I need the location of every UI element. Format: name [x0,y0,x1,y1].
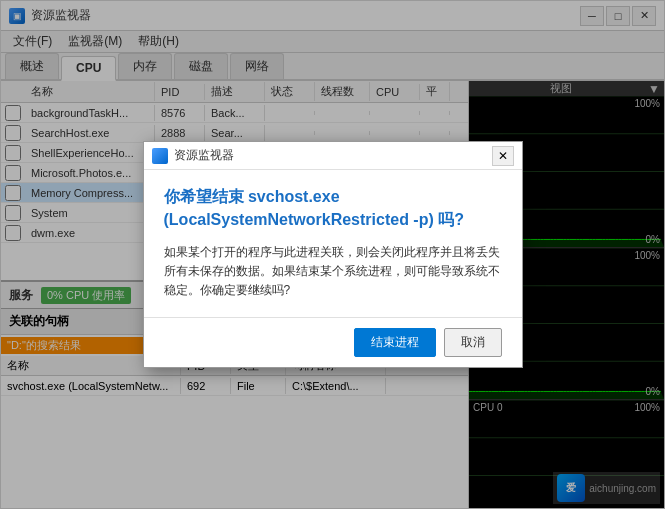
dialog-sub-text: 如果某个打开的程序与此进程关联，则会关闭此程序并且将丢失所有未保存的数据。如果结… [164,243,502,301]
dialog-icon [152,148,168,164]
cancel-button[interactable]: 取消 [444,328,502,357]
confirm-dialog: 资源监视器 ✕ 你希望结束 svchost.exe (LocalSystemNe… [143,141,523,367]
confirm-button[interactable]: 结束进程 [354,328,436,357]
dialog-title: 资源监视器 [174,147,492,164]
dialog-body: 你希望结束 svchost.exe (LocalSystemNetworkRes… [144,170,522,316]
dialog-overlay: 资源监视器 ✕ 你希望结束 svchost.exe (LocalSystemNe… [1,1,664,508]
main-window: ▣ 资源监视器 ─ □ ✕ 文件(F) 监视器(M) 帮助(H) 概述 CPU … [0,0,665,509]
dialog-title-bar: 资源监视器 ✕ [144,142,522,170]
dialog-main-text: 你希望结束 svchost.exe (LocalSystemNetworkRes… [164,186,502,231]
dialog-footer: 结束进程 取消 [144,317,522,367]
dialog-close-button[interactable]: ✕ [492,146,514,166]
